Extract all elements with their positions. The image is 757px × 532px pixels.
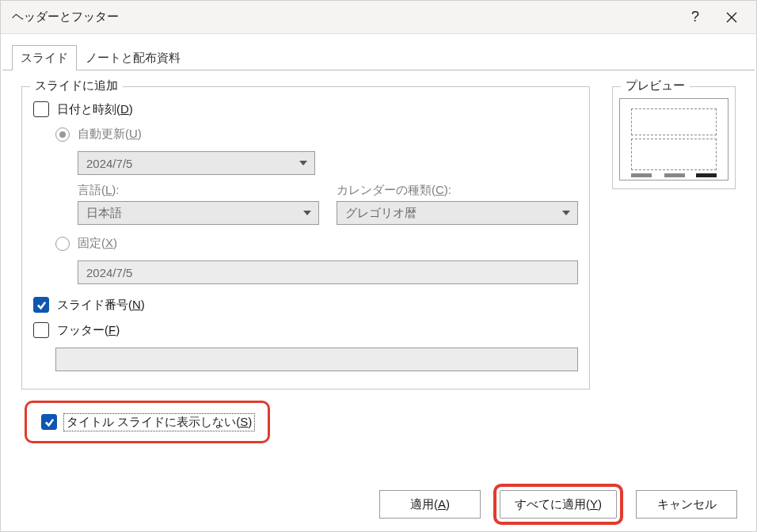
- help-button[interactable]: ?: [677, 1, 713, 34]
- cancel-button-label: キャンセル: [657, 497, 717, 512]
- apply-button[interactable]: 適用(A): [379, 490, 481, 519]
- preview-thumbnail: [619, 98, 728, 180]
- header-footer-dialog: ヘッダーとフッター ? スライド ノートと配布資料 スライドに追加 日付と時刻(…: [0, 0, 757, 532]
- checkbox-dont-show-on-title[interactable]: [41, 414, 57, 430]
- label-footer: フッター(F): [57, 323, 120, 338]
- check-icon: [36, 300, 47, 310]
- tab-notes-label: ノートと配布資料: [86, 51, 181, 64]
- titlebar: ヘッダーとフッター ?: [1, 1, 756, 34]
- chevron-down-icon: [301, 211, 314, 215]
- group-add-to-slide-title: スライドに追加: [30, 78, 123, 93]
- select-date-format[interactable]: 2024/7/5: [78, 151, 315, 175]
- highlight-dont-show-on-title: タイトル スライドに表示しない(S): [25, 401, 270, 443]
- apply-all-button[interactable]: すべてに適用(Y): [500, 490, 617, 519]
- label-dont-show-on-title: タイトル スライドに表示しない(S): [65, 415, 253, 430]
- checkbox-footer[interactable]: [33, 322, 49, 338]
- check-icon: [44, 417, 55, 428]
- close-button[interactable]: [713, 1, 750, 34]
- preview-footer-left: [631, 173, 652, 177]
- group-add-to-slide: スライドに追加 日付と時刻(D) 自動更新(U): [21, 86, 590, 390]
- apply-all-button-label: すべてに適用(Y): [515, 497, 602, 512]
- preview-footer-center: [664, 173, 685, 177]
- chevron-down-icon: [560, 211, 573, 215]
- label-calendar: カレンダーの種類(C):: [337, 183, 451, 196]
- input-fixed-date-value: 2024/7/5: [86, 266, 132, 279]
- preview-footer-right: [696, 173, 717, 177]
- input-fixed-date[interactable]: 2024/7/5: [78, 260, 578, 284]
- dialog-body: スライド ノートと配布資料 スライドに追加 日付と時刻(D): [1, 34, 756, 443]
- tab-notes[interactable]: ノートと配布資料: [77, 45, 189, 70]
- select-language[interactable]: 日本語: [78, 201, 319, 225]
- label-fixed: 固定(X): [78, 236, 117, 251]
- group-preview-title: プレビュー: [621, 78, 690, 93]
- input-footer-text[interactable]: [55, 348, 578, 371]
- chevron-down-icon: [297, 161, 310, 165]
- select-calendar-value: グレゴリオ暦: [345, 206, 560, 221]
- tab-strip: スライド ノートと配布資料: [2, 45, 755, 70]
- preview-title-placeholder: [631, 108, 717, 135]
- close-icon: [726, 12, 737, 23]
- group-preview: プレビュー: [612, 86, 736, 189]
- checkbox-slide-number[interactable]: [33, 297, 49, 313]
- radio-fixed[interactable]: [55, 237, 70, 251]
- tab-slide[interactable]: スライド: [12, 45, 77, 70]
- label-auto-update: 自動更新(U): [78, 127, 142, 142]
- label-language: 言語(L):: [78, 183, 120, 196]
- select-date-format-value: 2024/7/5: [86, 157, 297, 170]
- label-date-time: 日付と時刻(D): [57, 102, 133, 117]
- footer-buttons: 適用(A) すべてに適用(Y) キャンセル: [379, 490, 737, 519]
- select-language-value: 日本語: [86, 206, 301, 221]
- dialog-title: ヘッダーとフッター: [12, 10, 677, 25]
- radio-auto-update[interactable]: [55, 127, 70, 142]
- tab-panel: スライドに追加 日付と時刻(D) 自動更新(U): [2, 70, 755, 443]
- preview-body-placeholder: [631, 139, 717, 170]
- tab-slide-label: スライド: [21, 51, 68, 64]
- cancel-button[interactable]: キャンセル: [636, 490, 737, 519]
- label-slide-number: スライド番号(N): [57, 298, 145, 313]
- apply-button-label: 適用(A): [410, 497, 450, 512]
- select-calendar[interactable]: グレゴリオ暦: [337, 201, 578, 225]
- checkbox-date-time[interactable]: [33, 101, 49, 117]
